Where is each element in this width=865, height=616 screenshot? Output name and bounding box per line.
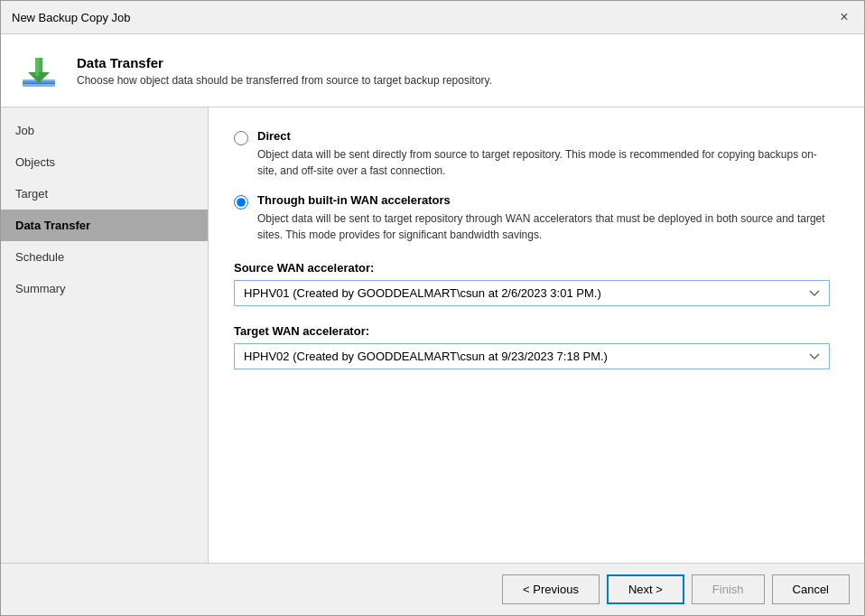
content-area: Job Objects Target Data Transfer Schedul… <box>1 107 864 563</box>
target-wan-dropdown[interactable]: HPHV02 (Created by GOODDEALMART\csun at … <box>234 343 830 369</box>
wan-radio[interactable] <box>234 195 248 210</box>
title-bar: New Backup Copy Job × <box>1 1 864 34</box>
source-wan-dropdown[interactable]: HPHV01 (Created by GOODDEALMART\csun at … <box>234 280 830 306</box>
target-wan-label: Target WAN accelerator: <box>234 324 839 338</box>
header-description: Choose how object data should be transfe… <box>77 74 492 87</box>
transfer-options: Direct Object data will be sent directly… <box>234 129 839 243</box>
direct-option: Direct Object data will be sent directly… <box>234 129 839 179</box>
header-text: Data Transfer Choose how object data sho… <box>77 55 492 87</box>
direct-radio[interactable] <box>234 131 248 145</box>
sidebar-item-schedule[interactable]: Schedule <box>1 241 208 273</box>
footer: < Previous Next > Finish Cancel <box>1 563 864 615</box>
svg-rect-5 <box>35 58 39 76</box>
cancel-button[interactable]: Cancel <box>772 574 850 604</box>
dialog-title: New Backup Copy Job <box>12 11 131 24</box>
wan-description: Object data will be sent to target repos… <box>257 210 835 243</box>
wan-label-group: Through built-in WAN accelerators Object… <box>257 193 835 243</box>
wan-title: Through built-in WAN accelerators <box>257 193 835 207</box>
dialog: New Backup Copy Job × Data Transfer Choo… <box>0 0 865 616</box>
direct-title: Direct <box>257 129 835 143</box>
main-content: Direct Object data will be sent directly… <box>209 107 864 563</box>
sidebar-item-target[interactable]: Target <box>1 178 208 210</box>
sidebar-item-summary[interactable]: Summary <box>1 273 208 304</box>
sidebar: Job Objects Target Data Transfer Schedul… <box>1 107 209 563</box>
header-title: Data Transfer <box>77 55 492 70</box>
direct-label-group: Direct Object data will be sent directly… <box>257 129 835 179</box>
header-section: Data Transfer Choose how object data sho… <box>1 34 864 107</box>
finish-button[interactable]: Finish <box>692 574 765 604</box>
sidebar-item-job[interactable]: Job <box>1 115 208 146</box>
target-wan-group: Target WAN accelerator: HPHV02 (Created … <box>234 324 839 369</box>
source-wan-label: Source WAN accelerator: <box>234 261 839 275</box>
previous-button[interactable]: < Previous <box>502 574 600 604</box>
direct-description: Object data will be sent directly from s… <box>257 146 835 179</box>
sidebar-item-data-transfer[interactable]: Data Transfer <box>1 210 208 241</box>
close-button[interactable]: × <box>835 8 853 26</box>
next-button[interactable]: Next > <box>607 574 684 604</box>
data-transfer-icon <box>15 47 62 94</box>
sidebar-item-objects[interactable]: Objects <box>1 146 208 178</box>
wan-option: Through built-in WAN accelerators Object… <box>234 193 839 243</box>
source-wan-group: Source WAN accelerator: HPHV01 (Created … <box>234 261 839 306</box>
